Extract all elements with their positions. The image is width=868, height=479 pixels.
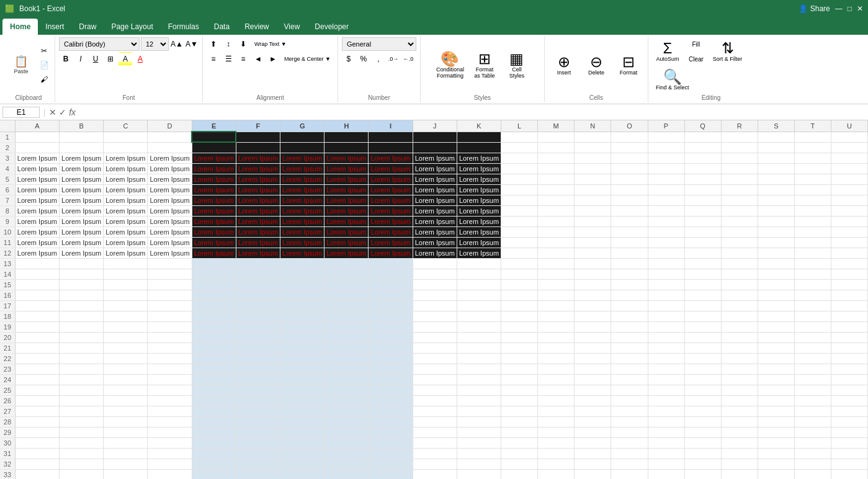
cell-U29[interactable] xyxy=(831,427,867,437)
cell-O20[interactable] xyxy=(611,332,648,342)
cell-O21[interactable] xyxy=(611,342,648,353)
cell-J2[interactable] xyxy=(413,142,457,153)
cell-L15[interactable] xyxy=(501,279,538,290)
cell-J8[interactable]: Lorem Ipsum xyxy=(413,205,457,216)
cell-C28[interactable] xyxy=(104,416,148,427)
cell-Q20[interactable] xyxy=(684,332,721,342)
cell-B12[interactable]: Lorem Ipsum xyxy=(60,248,104,258)
cell-I30[interactable] xyxy=(369,437,413,448)
cell-J28[interactable] xyxy=(413,416,457,427)
cell-U23[interactable] xyxy=(831,364,867,374)
cell-S20[interactable] xyxy=(758,332,794,342)
cell-M14[interactable] xyxy=(537,269,574,279)
cell-G17[interactable] xyxy=(280,300,324,311)
cell-K9[interactable]: Lorem Ipsum xyxy=(457,216,501,226)
cell-J31[interactable] xyxy=(413,448,457,459)
cell-J23[interactable] xyxy=(413,364,457,374)
align-center-button[interactable]: ☰ xyxy=(221,52,235,66)
minimize-button[interactable]: — xyxy=(835,4,843,13)
cell-A9[interactable]: Lorem Ipsum xyxy=(15,216,59,226)
row-num-12[interactable]: 12 xyxy=(0,248,15,258)
cell-Q16[interactable] xyxy=(684,290,721,300)
cell-I18[interactable] xyxy=(369,311,413,321)
indent-more-button[interactable]: ► xyxy=(266,52,280,66)
cell-J27[interactable] xyxy=(413,406,457,416)
cell-C30[interactable] xyxy=(104,437,148,448)
cell-L22[interactable] xyxy=(501,353,538,364)
cell-D14[interactable] xyxy=(148,269,192,279)
cell-H33[interactable] xyxy=(324,469,369,479)
cell-F9[interactable]: Lorem Ipsum xyxy=(236,216,280,226)
cell-K15[interactable] xyxy=(457,279,501,290)
cell-K6[interactable]: Lorem Ipsum xyxy=(457,184,501,195)
cell-F29[interactable] xyxy=(236,427,280,437)
cell-N24[interactable] xyxy=(575,374,611,385)
cell-S30[interactable] xyxy=(758,437,794,448)
cell-C8[interactable]: Lorem Ipsum xyxy=(104,205,148,216)
cell-U30[interactable] xyxy=(831,437,867,448)
formula-input[interactable] xyxy=(78,108,866,117)
cell-B29[interactable] xyxy=(60,427,104,437)
cell-S33[interactable] xyxy=(758,469,794,479)
cell-S19[interactable] xyxy=(758,321,794,332)
share-button[interactable]: 👤 Share xyxy=(799,4,830,13)
col-header-D[interactable]: D xyxy=(148,120,192,132)
cell-S32[interactable] xyxy=(758,459,794,469)
cell-T2[interactable] xyxy=(794,142,831,153)
cell-R14[interactable] xyxy=(721,269,758,279)
cell-R3[interactable] xyxy=(721,153,758,163)
cell-P22[interactable] xyxy=(648,353,684,364)
cell-P27[interactable] xyxy=(648,406,684,416)
cell-C22[interactable] xyxy=(104,353,148,364)
cell-N29[interactable] xyxy=(575,427,611,437)
clear-button[interactable]: Clear xyxy=(684,52,708,66)
row-num-1[interactable]: 1 xyxy=(0,132,15,142)
cell-F33[interactable] xyxy=(236,469,280,479)
cell-E22[interactable] xyxy=(192,353,236,364)
cell-O26[interactable] xyxy=(611,395,648,406)
cell-Q17[interactable] xyxy=(684,300,721,311)
cell-D27[interactable] xyxy=(148,406,192,416)
cell-U25[interactable] xyxy=(831,385,867,395)
cell-O15[interactable] xyxy=(611,279,648,290)
cell-T12[interactable] xyxy=(794,248,831,258)
cell-U20[interactable] xyxy=(831,332,867,342)
cell-G5[interactable]: Lorem Ipsum xyxy=(280,174,324,184)
cell-L30[interactable] xyxy=(501,437,538,448)
cell-U19[interactable] xyxy=(831,321,867,332)
cell-B24[interactable] xyxy=(60,374,104,385)
cell-J17[interactable] xyxy=(413,300,457,311)
cell-C19[interactable] xyxy=(104,321,148,332)
cell-I28[interactable] xyxy=(369,416,413,427)
cell-P23[interactable] xyxy=(648,364,684,374)
cell-C12[interactable]: Lorem Ipsum xyxy=(104,248,148,258)
cell-S25[interactable] xyxy=(758,385,794,395)
cell-R21[interactable] xyxy=(721,342,758,353)
cell-L12[interactable] xyxy=(501,248,538,258)
cell-T29[interactable] xyxy=(794,427,831,437)
cell-J26[interactable] xyxy=(413,395,457,406)
cell-K8[interactable]: Lorem Ipsum xyxy=(457,205,501,216)
cell-F22[interactable] xyxy=(236,353,280,364)
cancel-formula-icon[interactable]: ✕ xyxy=(49,107,56,117)
row-num-3[interactable]: 3 xyxy=(0,153,15,163)
cell-P31[interactable] xyxy=(648,448,684,459)
cell-L1[interactable] xyxy=(501,132,538,142)
row-num-32[interactable]: 32 xyxy=(0,459,15,469)
cell-K30[interactable] xyxy=(457,437,501,448)
col-header-N[interactable]: N xyxy=(575,120,611,132)
cell-J24[interactable] xyxy=(413,374,457,385)
cell-C16[interactable] xyxy=(104,290,148,300)
row-num-28[interactable]: 28 xyxy=(0,416,15,427)
cell-U13[interactable] xyxy=(831,258,867,269)
cell-P7[interactable] xyxy=(648,195,684,205)
cell-H8[interactable]: Lorem Ipsum xyxy=(324,205,369,216)
cell-N7[interactable] xyxy=(575,195,611,205)
cell-A8[interactable]: Lorem Ipsum xyxy=(15,205,59,216)
cell-C21[interactable] xyxy=(104,342,148,353)
cell-H26[interactable] xyxy=(324,395,369,406)
cell-H20[interactable] xyxy=(324,332,369,342)
cell-Q1[interactable] xyxy=(684,132,721,142)
cell-B17[interactable] xyxy=(60,300,104,311)
cell-C27[interactable] xyxy=(104,406,148,416)
